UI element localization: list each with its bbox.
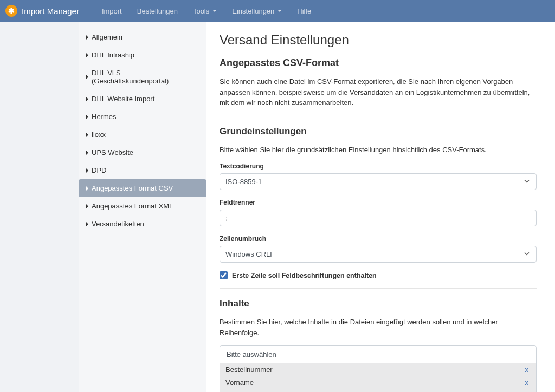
sidebar-item-7[interactable]: DPD [79, 161, 206, 179]
caret-right-icon [86, 35, 88, 40]
caret-right-icon [86, 97, 88, 101]
sidebar-item-5[interactable]: iloxx [79, 126, 206, 143]
caret-right-icon [86, 186, 88, 191]
caret-right-icon [86, 75, 88, 79]
content-row[interactable]: Bestellnummerx [220, 363, 536, 376]
linebreak-label: Zeilenumbruch [220, 235, 537, 243]
sidebar-item-10[interactable]: Versandetiketten [79, 215, 206, 233]
delimiter-label: Feldtrenner [220, 199, 537, 206]
nav-item-hilfe[interactable]: Hilfe [291, 3, 318, 19]
caret-right-icon [86, 204, 88, 208]
main-content: Versand Einstellungen Angepasstes CSV-Fo… [206, 22, 555, 392]
caret-right-icon [86, 53, 88, 57]
sidebar-item-6[interactable]: UPS Website [79, 143, 206, 161]
nav-item-bestellungen[interactable]: Bestellungen [131, 3, 184, 19]
caret-right-icon [86, 151, 88, 155]
content-row-label: Bestellnummer [225, 365, 273, 374]
sidebar-item-label: DHL VLS (Geschäftskundenportal) [92, 69, 199, 85]
sidebar-item-0[interactable]: Allgemein [79, 28, 206, 46]
sidebar-item-label: DHL Intraship [92, 51, 134, 59]
remove-icon[interactable]: x [523, 365, 531, 374]
sidebar-item-2[interactable]: DHL VLS (Geschäftskundenportal) [79, 64, 206, 90]
header-checkbox[interactable] [220, 271, 228, 279]
encoding-label: Textcodierung [220, 162, 537, 170]
content-select-placeholder[interactable]: Bitte auswählen [220, 346, 536, 363]
section-content-desc: Bestimmen Sie hier, welche Inhalte in di… [220, 317, 537, 338]
caret-right-icon [86, 168, 88, 173]
content-row[interactable]: Nachnamex [220, 389, 536, 392]
sidebar-item-label: Allgemein [92, 33, 122, 41]
sidebar-item-label: Versandetiketten [92, 220, 144, 228]
page-title: Versand Einstellungen [220, 32, 537, 48]
sidebar-item-1[interactable]: DHL Intraship [79, 46, 206, 64]
header-checkbox-label: Erste Zeile soll Feldbeschriftungen enth… [232, 272, 377, 279]
sidebar-item-label: Hermes [92, 113, 117, 121]
sidebar-item-label: Angepasstes Format XML [92, 202, 173, 210]
sidebar-item-label: UPS Website [92, 148, 133, 156]
sidebar-item-4[interactable]: Hermes [79, 108, 206, 126]
nav-item-einstellungen[interactable]: Einstellungen [225, 3, 288, 19]
content-field-list: Bitte auswählen BestellnummerxVornamexNa… [220, 345, 537, 392]
remove-icon[interactable]: x [523, 378, 531, 387]
sidebar-item-3[interactable]: DHL Website Import [79, 90, 206, 108]
nav-items: ImportBestellungenToolsEinstellungenHilf… [95, 3, 318, 19]
top-navbar: ✱ Import Manager ImportBestellungenTools… [0, 0, 555, 22]
brand-label: Import Manager [22, 6, 79, 16]
section-basic-desc: Bitte wählen Sie hier die grundsätzliche… [220, 145, 537, 155]
content-row[interactable]: Vornamex [220, 376, 536, 389]
section-content-heading: Inhalte [220, 298, 537, 309]
sidebar-item-label: Angepasstes Format CSV [92, 184, 173, 192]
section-csv-desc: Sie können auch eine Datei im CSV-Format… [220, 76, 537, 108]
encoding-select[interactable]: ISO-8859-1 [220, 173, 537, 190]
divider [220, 116, 537, 116]
brand-icon: ✱ [5, 5, 17, 17]
sidebar-item-label: DPD [92, 166, 106, 174]
sidebar-item-9[interactable]: Angepasstes Format XML [79, 197, 206, 215]
section-csv-heading: Angepasstes CSV-Format [220, 57, 537, 69]
nav-item-import[interactable]: Import [95, 3, 128, 19]
caret-down-icon [278, 10, 282, 12]
sidebar: AllgemeinDHL IntrashipDHL VLS (Geschäfts… [79, 22, 206, 392]
divider [220, 288, 537, 289]
sidebar-item-8[interactable]: Angepasstes Format CSV [79, 179, 206, 197]
brand: ✱ Import Manager [5, 5, 79, 17]
nav-item-tools[interactable]: Tools [186, 3, 223, 19]
linebreak-select[interactable]: Windows CRLF [220, 246, 537, 263]
caret-right-icon [86, 222, 88, 226]
sidebar-item-label: DHL Website Import [92, 95, 154, 103]
content-row-label: Vorname [225, 378, 254, 387]
delimiter-input[interactable] [220, 210, 537, 226]
section-basic-heading: Grundeinstellungen [220, 126, 537, 137]
sidebar-item-label: iloxx [92, 130, 106, 139]
caret-right-icon [86, 115, 88, 119]
caret-right-icon [86, 133, 88, 137]
caret-down-icon [212, 10, 217, 12]
